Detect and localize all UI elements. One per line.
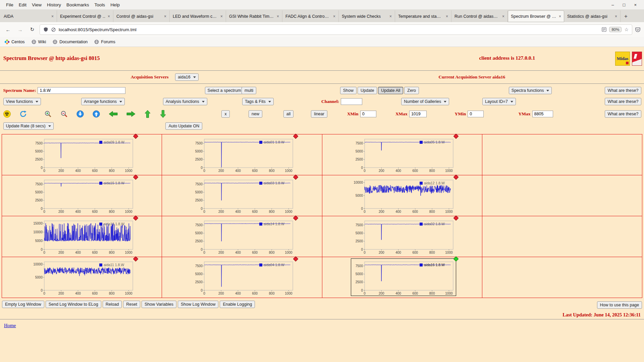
tab-temperature-and-sta[interactable]: Temperature and sta…× — [395, 10, 451, 22]
tracking-shield-icon[interactable] — [43, 27, 48, 32]
spectra-functions-dropdown[interactable]: Spectra functions — [509, 87, 552, 94]
what-are-these-button-3[interactable]: What are these? — [605, 110, 642, 118]
spectrum-chart-aida11[interactable]: 020040060080010000500010000aida11 1.8.W — [31, 259, 136, 296]
tab-gsi-white-rabbit-tim[interactable]: GSI White Rabbit Tim…× — [226, 10, 282, 22]
tab-system-wide-checks[interactable]: System wide Checks× — [339, 10, 395, 22]
pocket-icon[interactable] — [635, 27, 641, 33]
zoom-out-icon[interactable] — [60, 110, 68, 118]
reload-button[interactable]: Reload — [103, 301, 122, 308]
tab-close-icon[interactable]: × — [164, 14, 166, 19]
update-rate-dropdown[interactable]: Update Rate (8 secs) — [3, 122, 54, 130]
linear-button[interactable]: linear — [311, 110, 327, 118]
x-button[interactable]: x — [221, 110, 229, 118]
reader-mode-icon[interactable] — [602, 27, 606, 32]
spectrum-chart-aida13[interactable]: 02004006008001000050001000015000aida13 1… — [31, 218, 136, 255]
bookmark-forums[interactable]: Forums — [94, 40, 115, 44]
tab-close-icon[interactable]: × — [108, 14, 110, 19]
green-arrow-down-icon[interactable] — [160, 110, 166, 118]
ymin-input[interactable] — [468, 111, 484, 117]
back-button[interactable]: ← — [3, 25, 13, 34]
spectrum-chart-aida01[interactable]: 020040060080010000250050007500aida01 1.8… — [191, 136, 296, 173]
update-all-button[interactable]: Update All — [378, 87, 403, 94]
spectrum-chart-aida04[interactable]: 020040060080010000250050007500aida04 1.8… — [191, 259, 296, 296]
enable-logging-button[interactable]: Enable Logging — [220, 301, 255, 308]
home-link[interactable]: Home — [4, 323, 16, 328]
menu-edit[interactable]: Edit — [16, 1, 29, 8]
blue-sphere-down-icon[interactable] — [76, 110, 84, 118]
spectrum-chart-aida14[interactable]: 020040060080010000250050007500aida14 1.8… — [191, 218, 296, 255]
bookmark-centos[interactable]: Centos — [5, 40, 25, 44]
connection-security-icon[interactable] — [51, 27, 56, 32]
auto-update-button[interactable]: Auto Update ON — [165, 122, 202, 130]
green-arrow-right-icon[interactable] — [126, 111, 136, 117]
spectrum-chart-aida02[interactable]: 020040060080010000250050007500aida02 1.8… — [351, 218, 456, 255]
green-arrow-up-icon[interactable] — [144, 110, 151, 118]
menu-tools[interactable]: Tools — [92, 1, 108, 8]
tab-close-icon[interactable]: × — [220, 14, 223, 19]
tab-statistics-aidas-gsi[interactable]: Statistics @ aidas-gsi× — [564, 10, 621, 22]
tab-close-icon[interactable]: × — [51, 14, 54, 19]
send-log-window-to-elog-button[interactable]: Send Log Window to ELog — [46, 301, 101, 308]
green-arrow-left-icon[interactable] — [109, 111, 118, 117]
close-icon[interactable]: × — [634, 2, 637, 7]
tab-close-icon[interactable]: × — [446, 14, 448, 19]
maximize-icon[interactable]: □ — [623, 2, 626, 7]
tab-run-control-aidas[interactable]: Run Control @ aidas…× — [451, 10, 508, 22]
menu-history[interactable]: History — [44, 1, 64, 8]
tab-close-icon[interactable]: × — [333, 14, 335, 19]
zoom-in-icon[interactable] — [44, 110, 52, 118]
tab-control-aidas-gsi[interactable]: Control @ aidas-gsi× — [113, 10, 170, 22]
tab-aida[interactable]: AIDA× — [1, 10, 57, 22]
spectrum-chart-aida12[interactable]: 020040060080010000500010000aida12 1.8.W — [351, 177, 456, 214]
tab-fadc-align-contro[interactable]: FADC Align & Contro…× — [282, 10, 339, 22]
show-variables-button[interactable]: Show Variables — [142, 301, 176, 308]
minimize-icon[interactable]: – — [611, 2, 614, 7]
tab-close-icon[interactable]: × — [389, 14, 392, 19]
xmin-input[interactable] — [360, 111, 376, 117]
spectrum-name-input[interactable] — [38, 87, 125, 94]
analysis-functions-dropdown[interactable]: Analysis functions — [163, 98, 207, 105]
spectrum-chart-aida03[interactable]: 020040060080010000250050007500aida03 1.8… — [191, 177, 296, 214]
arrange-functions-dropdown[interactable]: Arrange functions — [81, 98, 125, 105]
tab-close-icon[interactable]: × — [615, 14, 617, 19]
url-bar[interactable]: localhost:8015/Spectrum/Spectrum.tml 80%… — [40, 24, 632, 35]
new-button[interactable]: new — [249, 110, 262, 118]
show-log-window-button[interactable]: Show Log Window — [178, 301, 219, 308]
blue-sphere-up-icon[interactable] — [93, 110, 100, 118]
bookmark-star-icon[interactable]: ☆ — [624, 27, 629, 32]
tab-spectrum-browser[interactable]: Spectrum Browser @ …× — [508, 10, 564, 22]
reload-button[interactable]: ↻ — [28, 25, 37, 34]
all-button[interactable]: all — [283, 110, 294, 118]
multi-button[interactable]: multi — [241, 87, 256, 94]
spectrum-chart-aida09[interactable]: 020040060080010000250050007500aida09 1.8… — [31, 136, 136, 173]
update-button[interactable]: Update — [358, 87, 377, 94]
forward-button[interactable]: → — [15, 25, 25, 34]
what-are-these-button-2[interactable]: What are these? — [605, 98, 642, 105]
menu-bookmarks[interactable]: Bookmarks — [64, 1, 92, 8]
bookmark-wiki[interactable]: Wiki — [32, 40, 46, 44]
zoom-level-badge[interactable]: 80% — [609, 27, 622, 32]
view-functions-dropdown[interactable]: View functions — [3, 98, 41, 105]
tab-close-icon[interactable]: × — [559, 14, 561, 19]
spectrum-chart-aida16[interactable]: 020040060080010000250050007500aida16 1.8… — [351, 259, 456, 296]
what-are-these-button-1[interactable]: What are these? — [605, 87, 642, 94]
tab-led-and-waveform-c[interactable]: LED and Waveform c…× — [170, 10, 226, 22]
spectrum-chart-aida15[interactable]: 020040060080010000250050007500aida15 1.8… — [31, 177, 136, 214]
menu-file[interactable]: File — [3, 1, 16, 8]
radiation-icon[interactable]: ☢ — [3, 110, 11, 118]
spectrum-chart-aida05[interactable]: 020040060080010000250050007500aida05 1.8… — [351, 136, 456, 173]
channel-input[interactable] — [341, 98, 362, 105]
new-tab-button[interactable]: + — [621, 10, 631, 22]
ymax-input[interactable] — [532, 111, 553, 117]
tags-fits-dropdown[interactable]: Tags & Fits — [242, 98, 274, 105]
url-text[interactable]: localhost:8015/Spectrum/Spectrum.tml — [59, 27, 599, 32]
how-to-use-button[interactable]: How to use this page — [597, 301, 642, 309]
galleries-dropdown[interactable]: Number of Galleries — [401, 98, 449, 105]
acquisition-server-select[interactable]: aida16 — [175, 73, 199, 81]
xmax-input[interactable] — [409, 111, 427, 117]
layout-id-dropdown[interactable]: Layout ID=7 — [482, 98, 516, 105]
refresh-swirl-icon[interactable] — [19, 110, 27, 118]
show-button[interactable]: Show — [340, 87, 357, 94]
menu-help[interactable]: Help — [108, 1, 122, 8]
bookmark-documentation[interactable]: Documentation — [53, 40, 88, 44]
